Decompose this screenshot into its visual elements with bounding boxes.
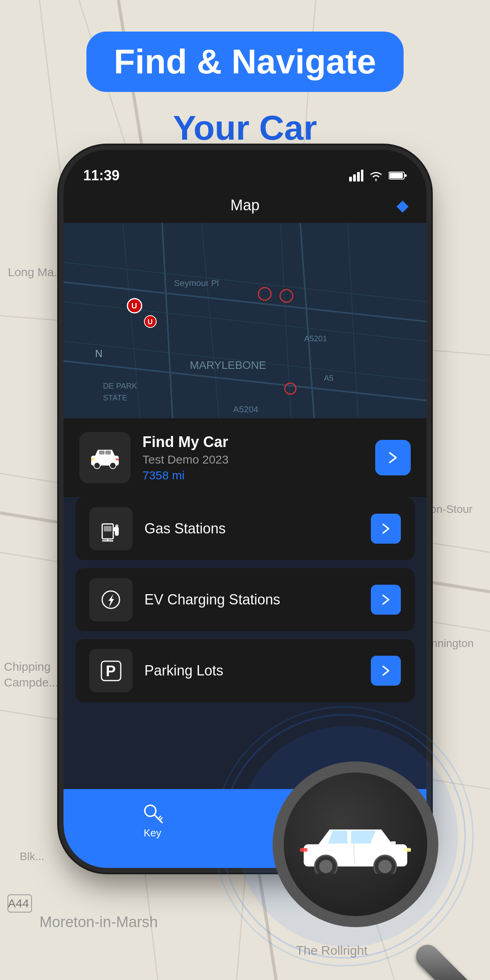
find-car-subtitle: Test Demo 2023 xyxy=(142,453,363,466)
chevron-right-icon xyxy=(385,450,401,466)
chevron-right-icon xyxy=(379,664,393,677)
find-car-info: Find My Car Test Demo 2023 7358 mi xyxy=(131,434,375,482)
status-icons xyxy=(349,170,407,181)
header-subtitle: Your Car xyxy=(0,108,490,148)
svg-text:STATE: STATE xyxy=(103,393,127,402)
gas-station-icon xyxy=(98,516,124,542)
svg-text:U: U xyxy=(131,301,137,310)
svg-point-82 xyxy=(319,860,333,873)
svg-text:Campde...: Campde... xyxy=(4,676,58,689)
parking-icon-box: P xyxy=(89,649,133,692)
svg-rect-27 xyxy=(361,170,363,181)
magnifier-glass xyxy=(273,761,438,927)
tab-key-label: Key xyxy=(144,827,161,839)
svg-text:A5201: A5201 xyxy=(304,334,327,343)
svg-text:...nnington: ...nnington xyxy=(422,637,474,649)
wifi-icon xyxy=(369,170,383,181)
svg-text:DE PARK: DE PARK xyxy=(103,382,137,390)
svg-point-69 xyxy=(115,524,118,527)
svg-text:A5: A5 xyxy=(324,374,333,382)
battery-icon xyxy=(389,171,407,180)
svg-text:Moreton-in-Marsh: Moreton-in-Marsh xyxy=(39,914,158,930)
nav-bar: Map ◆ xyxy=(64,187,426,223)
status-time: 11:39 xyxy=(83,167,120,184)
svg-point-59 xyxy=(94,462,100,469)
find-car-title: Find My Car xyxy=(142,434,363,451)
svg-text:Blk...: Blk... xyxy=(20,850,44,862)
svg-text:Seymour Pl: Seymour Pl xyxy=(174,278,219,288)
svg-rect-24 xyxy=(349,177,352,181)
ev-charging-label: EV Charging Stations xyxy=(133,591,371,608)
header-badge-text: Find & Navigate xyxy=(114,43,376,81)
header-badge: Find & Navigate xyxy=(86,32,404,92)
svg-rect-88 xyxy=(391,842,396,845)
svg-rect-64 xyxy=(116,458,119,460)
parking-lots-label: Parking Lots xyxy=(133,662,371,679)
ev-icon-box xyxy=(89,578,133,621)
svg-rect-85 xyxy=(404,848,411,851)
header: Find & Navigate Your Car xyxy=(0,32,490,148)
svg-rect-62 xyxy=(105,451,111,454)
car-in-magnifier xyxy=(296,815,415,874)
ev-charging-item[interactable]: EV Charging Stations xyxy=(75,568,415,631)
car-icon xyxy=(89,442,121,473)
svg-text:MARYLEBONE: MARYLEBONE xyxy=(190,359,266,371)
svg-text:Long Ma...: Long Ma... xyxy=(8,266,64,279)
chevron-right-icon xyxy=(379,593,393,606)
parking-lots-arrow[interactable] xyxy=(371,656,401,686)
svg-rect-86 xyxy=(300,848,307,851)
svg-text:A5204: A5204 xyxy=(233,404,258,414)
signal-icon xyxy=(349,170,363,181)
svg-rect-61 xyxy=(99,451,105,454)
svg-rect-26 xyxy=(357,172,360,181)
find-car-distance: 7358 mi xyxy=(142,469,363,482)
svg-rect-66 xyxy=(104,526,112,531)
parking-icon: P xyxy=(98,658,124,684)
gas-stations-item[interactable]: Gas Stations xyxy=(75,497,415,560)
svg-rect-29 xyxy=(389,173,403,178)
car-icon-box xyxy=(79,432,131,483)
premium-icon: ◆ xyxy=(396,196,409,214)
svg-line-75 xyxy=(158,816,161,819)
ev-charging-arrow[interactable] xyxy=(371,585,401,615)
chevron-right-icon xyxy=(379,522,393,535)
tab-key[interactable]: Key xyxy=(142,802,163,839)
svg-text:U: U xyxy=(148,318,153,326)
svg-rect-25 xyxy=(353,174,356,181)
find-car-arrow-button[interactable] xyxy=(375,440,411,475)
svg-text:N: N xyxy=(95,348,103,359)
svg-text:P: P xyxy=(106,663,116,679)
svg-point-60 xyxy=(110,462,116,469)
gas-stations-arrow[interactable] xyxy=(371,514,401,544)
parking-lots-item[interactable]: P Parking Lots xyxy=(75,639,415,702)
nav-title: Map xyxy=(230,197,260,214)
gas-icon-box xyxy=(89,507,133,550)
gas-stations-label: Gas Stations xyxy=(133,520,371,537)
find-my-car-card: Find My Car Test Demo 2023 7358 mi xyxy=(64,418,426,497)
svg-line-76 xyxy=(160,818,162,820)
magnifier-overlay xyxy=(206,706,490,980)
svg-rect-30 xyxy=(404,174,407,177)
menu-list: Gas Stations EV Charg xyxy=(64,497,426,702)
svg-text:A44: A44 xyxy=(8,897,29,910)
ev-charging-icon xyxy=(98,587,124,613)
map-area: Seymour Pl MARYLEBONE A5204 A5201 A5 DE … xyxy=(64,223,426,444)
svg-point-84 xyxy=(378,860,392,873)
svg-rect-63 xyxy=(91,458,94,460)
svg-text:Chipping: Chipping xyxy=(4,660,50,673)
magnifier-handle xyxy=(411,940,489,980)
notch xyxy=(194,150,296,173)
key-icon xyxy=(142,802,163,824)
phone-mockup: 11:39 xyxy=(64,150,426,868)
